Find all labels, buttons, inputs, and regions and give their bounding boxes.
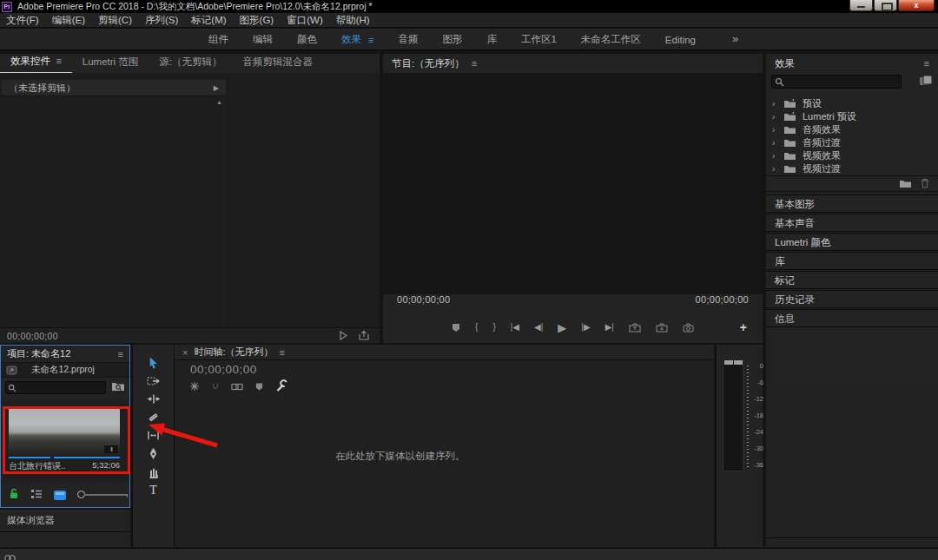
tree-item-lumetri-presets[interactable]: › Lumetri 预设 bbox=[766, 110, 938, 123]
project-panel-title[interactable]: 项目: 未命名12 bbox=[7, 347, 70, 360]
scroll-up-icon[interactable]: ▲ bbox=[216, 99, 222, 105]
go-to-in-icon[interactable]: |◀ bbox=[511, 323, 519, 332]
export-frame-icon[interactable] bbox=[359, 328, 369, 344]
workspace-tab-library[interactable]: 库 bbox=[486, 33, 497, 46]
mark-in-icon[interactable]: { bbox=[475, 323, 478, 332]
filter-badges-icon[interactable] bbox=[919, 75, 933, 90]
search-bin-icon[interactable] bbox=[111, 379, 125, 395]
effects-search-input[interactable] bbox=[771, 75, 902, 89]
hand-tool[interactable] bbox=[143, 464, 164, 480]
add-marker-icon[interactable] bbox=[452, 323, 460, 333]
panel-header-essential-graphics[interactable]: 基本图形 bbox=[766, 194, 938, 213]
program-monitor-title[interactable]: 节目:（无序列） bbox=[392, 57, 465, 70]
media-browser-label[interactable]: 媒体浏览器 bbox=[7, 514, 55, 527]
close-tab-icon[interactable]: × bbox=[182, 347, 188, 358]
tab-effect-controls[interactable]: 效果控件 ≡ bbox=[0, 51, 72, 73]
menu-help[interactable]: 帮助(H) bbox=[336, 14, 370, 27]
minimize-button[interactable] bbox=[849, 0, 873, 11]
project-writable-lock-icon[interactable] bbox=[9, 487, 19, 503]
play-icon[interactable] bbox=[339, 328, 348, 344]
clip-name[interactable]: 台北旅行错误.. bbox=[9, 460, 66, 472]
step-back-icon[interactable]: ◀| bbox=[534, 323, 543, 332]
snap-magnet-icon[interactable]: ∩ bbox=[212, 382, 219, 392]
razor-tool[interactable] bbox=[143, 409, 164, 425]
extract-icon[interactable] bbox=[656, 323, 668, 333]
tab-lumetri-scopes[interactable]: Lumetri 范围 bbox=[72, 52, 149, 73]
new-custom-bin-icon[interactable] bbox=[899, 176, 912, 192]
menu-graphics[interactable]: 图形(G) bbox=[240, 14, 274, 27]
tree-item-presets[interactable]: › 预设 bbox=[766, 97, 938, 110]
workspace-tab-graphics[interactable]: 图形 bbox=[442, 33, 462, 46]
project-breadcrumb[interactable]: 未命名12.prproj bbox=[1, 362, 129, 378]
panel-header-essential-sound[interactable]: 基本声音 bbox=[766, 214, 938, 232]
delete-trash-icon[interactable] bbox=[921, 176, 929, 192]
workspace-tab-assembly[interactable]: 组件 bbox=[208, 33, 228, 46]
mark-out-icon[interactable]: } bbox=[492, 323, 495, 332]
project-panel-menu-icon[interactable]: ≡ bbox=[118, 349, 123, 359]
slip-tool[interactable] bbox=[143, 427, 164, 444]
expand-icon[interactable]: ▶ bbox=[214, 84, 219, 92]
timeline-timecode[interactable]: 00;00;00;00 bbox=[190, 363, 257, 376]
chevron-right-icon[interactable]: › bbox=[772, 112, 777, 122]
chevron-right-icon[interactable]: › bbox=[772, 164, 777, 174]
step-forward-icon[interactable]: |▶ bbox=[581, 323, 590, 332]
list-view-icon[interactable] bbox=[30, 487, 43, 503]
close-button[interactable]: x bbox=[898, 0, 935, 11]
menu-window[interactable]: 窗口(W) bbox=[287, 14, 323, 27]
panel-menu-icon[interactable]: ≡ bbox=[56, 56, 61, 66]
go-to-out-icon[interactable]: ▶| bbox=[605, 323, 614, 332]
tree-item-video-effects[interactable]: › 视频效果 bbox=[766, 149, 938, 162]
chevron-right-icon[interactable]: › bbox=[772, 99, 777, 109]
timeline-panel-menu-icon[interactable]: ≡ bbox=[280, 347, 285, 358]
thumbnail-zoom-slider[interactable] bbox=[77, 491, 128, 499]
chevron-right-icon[interactable]: › bbox=[772, 125, 777, 135]
tab-audio-clip-mixer[interactable]: 音频剪辑混合器 bbox=[233, 52, 324, 73]
menu-edit[interactable]: 编辑(E) bbox=[52, 14, 85, 27]
workspace-tab-workspace1[interactable]: 工作区1 bbox=[521, 33, 557, 46]
chevron-right-icon[interactable]: › bbox=[772, 151, 777, 161]
thumbnail-scrub-bar[interactable] bbox=[9, 457, 50, 458]
workspace-tab-unnamed[interactable]: 未命名工作区 bbox=[581, 33, 641, 46]
panel-header-lumetri-color[interactable]: Lumetri 颜色 bbox=[766, 233, 938, 251]
thumbnail-scrub-bar[interactable] bbox=[54, 457, 120, 458]
button-editor-plus-icon[interactable]: + bbox=[740, 320, 747, 334]
type-tool[interactable]: T bbox=[143, 482, 164, 498]
effects-panel-title[interactable]: 效果 bbox=[775, 57, 795, 70]
menu-file[interactable]: 文件(F) bbox=[6, 14, 39, 27]
insert-overwrite-nest-icon[interactable] bbox=[189, 379, 200, 395]
workspace-tab-menu-icon[interactable]: ≡ bbox=[368, 35, 373, 45]
add-marker-icon[interactable] bbox=[255, 379, 263, 395]
pen-tool[interactable] bbox=[143, 445, 164, 462]
maximize-button[interactable] bbox=[874, 0, 897, 11]
timeline-settings-wrench-icon[interactable] bbox=[275, 379, 287, 395]
play-button-icon[interactable]: ▶ bbox=[558, 322, 566, 333]
track-select-forward-tool[interactable] bbox=[143, 372, 164, 389]
menu-marker[interactable]: 标记(M) bbox=[191, 14, 226, 27]
panel-header-markers[interactable]: 标记 bbox=[766, 271, 938, 289]
ripple-edit-tool[interactable] bbox=[143, 391, 164, 407]
panel-header-libraries[interactable]: 库 bbox=[766, 252, 938, 270]
panel-header-history[interactable]: 历史记录 bbox=[766, 290, 938, 308]
workspace-tab-editing-cn[interactable]: 编辑 bbox=[253, 33, 273, 46]
creative-cloud-icon[interactable] bbox=[4, 550, 16, 560]
workspace-tab-color[interactable]: 颜色 bbox=[297, 33, 317, 46]
effects-panel-menu-icon[interactable]: ≡ bbox=[924, 58, 929, 69]
program-current-timecode[interactable]: 00;00;00;00 bbox=[397, 294, 450, 305]
workspace-tab-editing-en[interactable]: Editing bbox=[665, 35, 696, 45]
icon-view-button[interactable] bbox=[54, 491, 66, 500]
workspace-tab-effects[interactable]: 效果 bbox=[341, 33, 361, 46]
timeline-tab-label[interactable]: 时间轴:（无序列） bbox=[194, 346, 273, 359]
tree-item-audio-effects[interactable]: › 音频效果 bbox=[766, 123, 938, 136]
tree-item-audio-transitions[interactable]: › 音频过渡 bbox=[766, 136, 938, 149]
linked-selection-icon[interactable] bbox=[231, 379, 243, 395]
program-panel-menu-icon[interactable]: ≡ bbox=[472, 58, 477, 69]
panel-header-info[interactable]: 信息 bbox=[766, 309, 938, 327]
workspace-overflow-icon[interactable]: » bbox=[732, 32, 738, 45]
project-search-input[interactable] bbox=[5, 381, 106, 394]
menu-clip[interactable]: 剪辑(C) bbox=[98, 14, 132, 27]
clip-thumbnail[interactable]: ||| bbox=[9, 407, 120, 455]
selection-tool[interactable] bbox=[143, 354, 164, 371]
menu-sequence[interactable]: 序列(S) bbox=[145, 14, 178, 27]
workspace-tab-audio[interactable]: 音频 bbox=[398, 33, 418, 46]
tab-source-monitor[interactable]: 源:（无剪辑） bbox=[149, 52, 232, 73]
